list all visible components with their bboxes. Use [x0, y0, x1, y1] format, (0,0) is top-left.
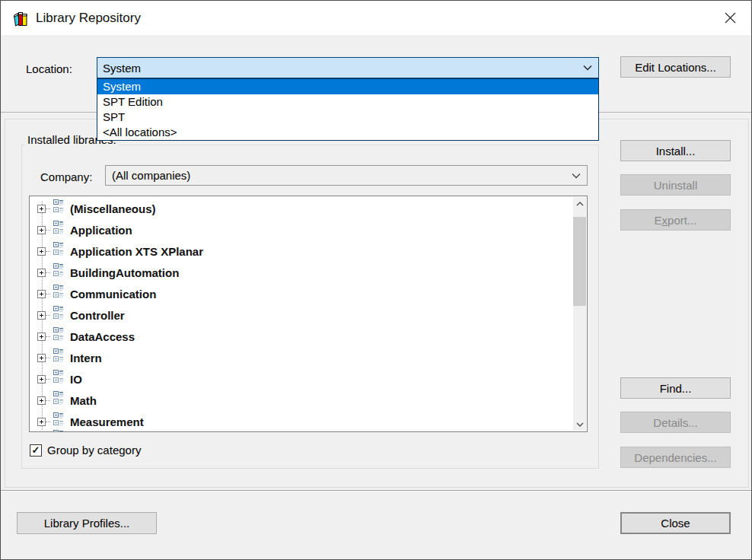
- books-icon: [12, 10, 29, 27]
- export-button[interactable]: Export...: [620, 209, 731, 231]
- location-dropdown-option[interactable]: SPT Edition: [97, 94, 598, 110]
- tree-row[interactable]: Application: [30, 219, 573, 240]
- chevron-down-icon: [572, 173, 581, 179]
- tree-row[interactable]: (Miscellaneous): [30, 198, 573, 219]
- category-icon: [50, 306, 64, 322]
- window-title: Library Repository: [36, 11, 141, 26]
- group-by-category-checkbox[interactable]: ✓: [30, 444, 42, 457]
- tree-item-label: Communication: [70, 288, 156, 301]
- library-profiles-button[interactable]: Library Profiles...: [17, 512, 157, 534]
- close-icon: [725, 12, 736, 24]
- tree-item-label: Intern: [70, 352, 102, 364]
- dependencies-button[interactable]: Dependencies...: [620, 447, 731, 468]
- tree-row[interactable]: Math: [30, 390, 573, 411]
- chevron-up-icon: [576, 202, 584, 206]
- find-button[interactable]: Find...: [620, 377, 731, 399]
- tree-item-label: IO: [70, 373, 82, 386]
- tree-row[interactable]: DataAccess: [30, 326, 573, 347]
- close-window-button[interactable]: [717, 7, 743, 28]
- category-icon: [50, 199, 64, 215]
- expand-plus-icon[interactable]: [37, 418, 46, 426]
- category-icon: [50, 391, 64, 407]
- expand-plus-icon[interactable]: [37, 205, 46, 213]
- tree-item-label: Controller: [70, 309, 125, 322]
- expand-plus-icon[interactable]: [37, 354, 46, 362]
- category-icon: [50, 263, 64, 279]
- tree-row[interactable]: Communication: [30, 283, 573, 304]
- tree-item-label: Measurement: [70, 415, 144, 428]
- company-combobox-value: (All companies): [112, 169, 190, 182]
- checkmark-icon: ✓: [32, 444, 40, 456]
- expand-plus-icon[interactable]: [37, 290, 46, 298]
- category-icon: [50, 285, 64, 301]
- location-dropdown-option[interactable]: SPT: [97, 110, 598, 125]
- title-bar: Library Repository: [2, 1, 750, 35]
- location-label: Location:: [26, 62, 72, 75]
- details-button[interactable]: Details...: [620, 412, 731, 433]
- expand-plus-icon[interactable]: [37, 332, 46, 341]
- scrollbar-up-arrow[interactable]: [573, 197, 586, 210]
- expand-plus-icon[interactable]: [37, 269, 46, 277]
- scrollbar-thumb[interactable]: [573, 217, 586, 306]
- category-icon: [50, 221, 64, 237]
- tree-row[interactable]: Controller: [30, 304, 573, 326]
- chevron-down-icon: [583, 65, 592, 71]
- tree-item-label: DataAccess: [70, 330, 135, 343]
- tree-item-label: Application XTS XPlanar: [70, 245, 203, 258]
- tree-row-partial: [30, 428, 182, 431]
- category-icon: [50, 412, 64, 428]
- edit-locations-button[interactable]: Edit Locations...: [620, 56, 731, 78]
- group-by-category-label: Group by category: [47, 444, 141, 457]
- tree-item-label: BuildingAutomation: [70, 266, 179, 279]
- tree-rows: (Miscellaneous): [30, 198, 573, 432]
- tree-row[interactable]: BuildingAutomation: [30, 262, 573, 283]
- expand-plus-icon[interactable]: [37, 396, 46, 405]
- library-tree-list[interactable]: (Miscellaneous): [29, 196, 588, 432]
- location-combobox-value: System: [103, 62, 141, 75]
- vertical-scrollbar[interactable]: [573, 197, 586, 431]
- category-icon: [50, 242, 64, 258]
- tree-row[interactable]: IO: [30, 368, 573, 390]
- location-dropdown-option[interactable]: System: [97, 79, 598, 94]
- expand-plus-icon[interactable]: [37, 375, 46, 383]
- tree-item-label: Application: [70, 224, 132, 237]
- uninstall-button[interactable]: Uninstall: [620, 174, 731, 196]
- tree-row[interactable]: Intern: [30, 347, 573, 368]
- location-dropdown-list: System SPT Edition SPT <All locations>: [97, 78, 599, 141]
- category-icon: [50, 370, 64, 386]
- company-label: Company:: [40, 170, 92, 183]
- library-repository-dialog: Library Repository Location: System Syst…: [0, 0, 752, 560]
- category-icon: [50, 327, 64, 343]
- bottom-separator: [1, 490, 751, 492]
- install-button[interactable]: Install...: [620, 140, 731, 161]
- group-by-category-row[interactable]: ✓ Group by category: [30, 444, 141, 457]
- tree-item-label: Math: [70, 394, 97, 407]
- scrollbar-down-arrow[interactable]: [573, 418, 586, 431]
- expand-plus-icon[interactable]: [37, 226, 46, 234]
- category-icon: [50, 348, 64, 364]
- chevron-down-icon: [576, 422, 584, 427]
- close-button[interactable]: Close: [620, 512, 731, 534]
- tree-row[interactable]: Application XTS XPlanar: [30, 240, 573, 262]
- location-combobox[interactable]: System: [97, 57, 599, 78]
- tree-item-label: (Miscellaneous): [70, 202, 156, 215]
- expand-plus-icon[interactable]: [37, 247, 46, 256]
- company-combobox[interactable]: (All companies): [105, 165, 588, 186]
- location-dropdown-option[interactable]: <All locations>: [97, 125, 598, 140]
- expand-plus-icon[interactable]: [37, 311, 46, 320]
